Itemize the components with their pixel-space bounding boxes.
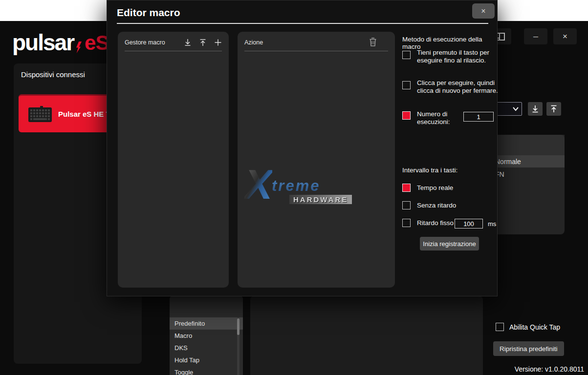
plus-icon: [214, 38, 222, 47]
option-realtime: Tempo reale: [402, 184, 504, 192]
watermark-hardware: HARDWARE: [289, 195, 352, 204]
keyboard-icon: [28, 105, 52, 123]
tab-label: Toggle: [174, 369, 193, 375]
click-toggle-checkbox[interactable]: [402, 81, 411, 89]
minimize-button[interactable]: –: [524, 28, 547, 44]
upload-icon: [198, 38, 207, 47]
tab-label: Predefinito: [174, 320, 205, 327]
interval-heading: Intervallo tra i tasti:: [402, 167, 457, 174]
import-macro-button[interactable]: [182, 37, 193, 47]
option-click-toggle: Clicca per eseguire, quindi clicca di nu…: [402, 81, 504, 94]
fixed-delay-checkbox[interactable]: [402, 219, 411, 227]
tab-label: Hold Tap: [174, 356, 199, 364]
upload-profile-button[interactable]: [546, 102, 561, 116]
tabs-scrollbar[interactable]: [237, 317, 240, 375]
devices-panel-title: Dispositivi connessi: [21, 70, 85, 79]
tab-dks[interactable]: DKS: [170, 342, 243, 354]
layer-item-fn[interactable]: FN: [491, 168, 565, 180]
execution-count-checkbox[interactable]: [402, 111, 411, 120]
execution-method-heading: Metodo di esecuzione della macro: [402, 36, 497, 50]
profile-dropdown[interactable]: [497, 102, 522, 116]
close-window-button[interactable]: ×: [553, 28, 577, 44]
panel-divider: [125, 51, 222, 51]
version-text: Versione: v1.0.20.8011: [515, 365, 584, 373]
minimize-icon: –: [533, 31, 538, 42]
quick-tap-checkbox[interactable]: [496, 323, 504, 331]
xtreme-hardware-watermark: X treme HARDWARE: [244, 165, 357, 213]
fixed-delay-input[interactable]: [455, 219, 483, 229]
close-icon: ×: [563, 32, 567, 42]
macro-manager-panel: Gestore macro: [118, 32, 229, 288]
execution-count-input[interactable]: [463, 112, 494, 122]
macro-manager-title: Gestore macro: [125, 39, 165, 46]
execution-count-label: Numero di esecuzioni:: [417, 110, 462, 125]
chevron-down-icon: [512, 106, 520, 112]
upload-icon: [549, 104, 558, 113]
hold-to-run-label: Tieni premuto il tasto per eseguire fino…: [417, 49, 504, 64]
click-toggle-label: Clicca per eseguire, quindi clicca di nu…: [417, 79, 504, 94]
quick-tap-label: Abilita Quick Tap: [509, 323, 560, 331]
tab-predefinito[interactable]: Predefinito: [170, 317, 243, 330]
screen: pulsar eS – × Dispositivi connessi: [0, 0, 588, 375]
trash-icon: [368, 37, 378, 47]
device-name: Pulsar eS HE 70: [58, 110, 114, 118]
add-macro-button[interactable]: [213, 37, 223, 47]
close-icon: ×: [481, 7, 485, 16]
action-panel: Azione X treme HARDWARE: [238, 32, 395, 288]
hold-to-run-checkbox[interactable]: [402, 51, 411, 59]
quick-tap-row: Abilita Quick Tap: [496, 323, 560, 331]
fixed-delay-label: Ritardo fisso: [417, 219, 455, 227]
lightning-bolt-icon: [75, 42, 82, 53]
tab-macro[interactable]: Macro: [170, 330, 243, 342]
no-delay-label: Senza ritardo: [417, 202, 504, 209]
option-hold-to-run: Tieni premuto il tasto per eseguire fino…: [402, 51, 504, 64]
ms-unit-label: ms: [488, 220, 496, 228]
tabs-scrollbar-thumb[interactable]: [237, 318, 240, 335]
dialog-close-button[interactable]: ×: [472, 3, 495, 19]
layer-label: Normale: [495, 158, 521, 166]
watermark-x: X: [244, 165, 272, 204]
title-divider: [117, 23, 488, 24]
tab-toggle[interactable]: Toggle: [170, 366, 243, 375]
tab-hold-tap[interactable]: Hold Tap: [170, 354, 243, 366]
option-execution-count: Numero di esecuzioni:: [402, 111, 494, 125]
key-settings-panel: [250, 296, 483, 375]
dialog-title: Editor macro: [117, 7, 180, 19]
macro-editor-dialog: Editor macro × Gestore macro Azi: [107, 0, 498, 296]
panel-divider: [244, 51, 388, 51]
option-no-delay: Senza ritardo: [402, 201, 504, 209]
option-fixed-delay: Ritardo fisso: [402, 219, 483, 229]
watermark-treme: treme: [272, 177, 320, 195]
key-function-list: Predefinito Macro DKS Hold Tap Toggle: [170, 296, 243, 375]
delete-action-button[interactable]: [368, 37, 379, 47]
layer-item-normale[interactable]: Normale: [491, 155, 565, 167]
tab-label: DKS: [174, 344, 188, 352]
realtime-checkbox[interactable]: [402, 184, 411, 192]
pulsar-logo: pulsar eS: [12, 32, 109, 53]
realtime-label: Tempo reale: [417, 184, 504, 192]
restore-defaults-button[interactable]: Ripristina predefiniti: [493, 341, 564, 356]
start-recording-button[interactable]: Inizia registrazione: [420, 237, 479, 250]
download-profile-button[interactable]: [528, 102, 543, 116]
export-macro-button[interactable]: [197, 37, 208, 47]
no-delay-checkbox[interactable]: [402, 201, 411, 209]
logo-brand-text: pulsar: [12, 32, 74, 53]
layers-panel-header: [491, 135, 565, 155]
logo-series-text: eS: [85, 33, 109, 53]
tab-label: Macro: [174, 332, 192, 339]
action-panel-title: Azione: [244, 39, 263, 46]
download-icon: [531, 104, 540, 113]
download-icon: [183, 38, 192, 47]
